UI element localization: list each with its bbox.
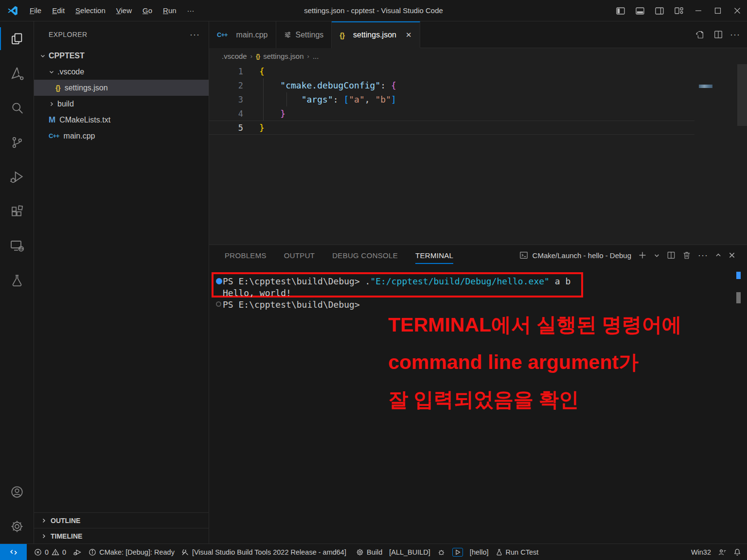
testing-icon[interactable] <box>0 263 34 298</box>
run-ctest-button[interactable]: Run CTest <box>492 544 542 560</box>
tab-terminal[interactable]: TERMINAL <box>415 245 453 265</box>
terminal-output-line: Hello, world! <box>223 287 291 299</box>
platform-indicator[interactable]: Win32 <box>688 544 714 560</box>
explorer-icon[interactable] <box>0 21 34 56</box>
chevron-right-icon <box>41 518 47 524</box>
close-button[interactable] <box>728 0 747 21</box>
cmake-build-target[interactable]: [ALL_BUILD] <box>386 544 434 560</box>
cmake-launch-button[interactable] <box>449 544 466 560</box>
tab-debug-console[interactable]: DEBUG CONSOLE <box>332 245 398 265</box>
cmake-launch-debugger-button[interactable] <box>70 544 85 560</box>
settings-gear-icon[interactable] <box>0 509 34 543</box>
vscode-logo-icon <box>7 5 18 17</box>
code-line: 3 "args": ["a", "b"] <box>209 92 747 106</box>
tree-item-main-cpp[interactable]: C++ main.cpp <box>34 128 209 144</box>
maximize-button[interactable] <box>708 0 728 21</box>
editor-scrollbar[interactable] <box>737 64 747 126</box>
tree-item-vscode[interactable]: .vscode <box>34 64 209 80</box>
remote-indicator[interactable] <box>0 544 27 560</box>
timeline-label: TIMELINE <box>51 532 82 540</box>
tab-label: Settings <box>296 31 324 39</box>
prompt-decoration[interactable] <box>216 301 221 307</box>
menu-file[interactable]: File <box>25 4 46 17</box>
command-success-decoration[interactable] <box>216 278 222 284</box>
tab-settings-json[interactable]: {} settings.json ✕ <box>332 21 420 48</box>
toggle-sidebar-icon[interactable] <box>611 0 630 21</box>
menu-view[interactable]: View <box>112 4 136 17</box>
error-icon <box>34 548 42 556</box>
tab-problems[interactable]: PROBLEMS <box>225 245 267 265</box>
minimap-code-mark <box>699 85 712 88</box>
vscode-window: File Edit Selection View Go Run ··· sett… <box>0 0 747 560</box>
code-editor[interactable]: 1 { 2 "cmake.debugConfig": { 3 "args": [… <box>209 64 747 245</box>
breadcrumb-folder[interactable]: .vscode <box>222 52 247 60</box>
run-debug-icon[interactable] <box>0 159 34 194</box>
menu-edit[interactable]: Edit <box>48 4 69 17</box>
folder-label: .vscode <box>57 68 84 76</box>
remote-explorer-icon[interactable] <box>0 228 34 263</box>
kill-terminal-trash-icon[interactable] <box>682 251 691 260</box>
maximize-panel-chevron-icon[interactable] <box>715 252 722 259</box>
terminal-dropdown-chevron-icon[interactable] <box>654 252 660 259</box>
explorer-sidebar: EXPLORER ··· CPPTEST .vscode {} settings… <box>34 21 209 543</box>
tree-item-cmakelists[interactable]: M CMakeLists.txt <box>34 112 209 128</box>
minimap[interactable] <box>694 64 737 245</box>
line-number: 2 <box>209 81 243 90</box>
cmake-status[interactable]: CMake: [Debug]: Ready <box>85 544 178 560</box>
outline-section[interactable]: OUTLINE <box>34 512 209 528</box>
more-actions-icon[interactable]: ··· <box>730 30 740 40</box>
file-label: settings.json <box>65 84 108 92</box>
feedback-button[interactable] <box>714 544 730 560</box>
open-settings-ui-icon[interactable] <box>693 28 707 41</box>
bug-icon <box>437 548 445 556</box>
account-icon[interactable] <box>0 474 34 509</box>
cmake-debug-button[interactable] <box>434 544 449 560</box>
annotation-text: TERMINAL에서 실행된 명령어에 command line argumen… <box>388 306 682 419</box>
split-editor-icon[interactable] <box>711 28 725 41</box>
toggle-panel-icon[interactable] <box>630 0 650 21</box>
split-terminal-icon[interactable] <box>667 251 676 260</box>
minimize-button[interactable] <box>689 0 708 21</box>
cmake-kit-selector[interactable]: [Visual Studio Build Tools 2022 Release … <box>178 544 350 560</box>
terminal-profile[interactable]: CMake/Launch - hello - Debug <box>519 251 631 260</box>
source-control-icon[interactable] <box>0 125 34 159</box>
panel-more-icon[interactable]: ··· <box>698 250 708 261</box>
tree-item-build[interactable]: build <box>34 96 209 112</box>
terminal-profile-label: CMake/Launch - hello - Debug <box>533 251 631 260</box>
timeline-section[interactable]: TIMELINE <box>34 528 209 543</box>
close-panel-icon[interactable] <box>729 252 735 259</box>
extensions-icon[interactable] <box>0 194 34 228</box>
menu-more[interactable]: ··· <box>183 4 199 17</box>
tab-label: main.cpp <box>236 31 268 39</box>
json-file-icon: {} <box>256 52 260 60</box>
bell-icon <box>733 548 741 556</box>
cmake-build-button[interactable]: Build <box>353 544 386 560</box>
cmake-launch-target[interactable]: [hello] <box>466 544 492 560</box>
cmake-icon[interactable] <box>0 56 34 90</box>
code-line: 2 "cmake.debugConfig": { <box>209 78 747 92</box>
terminal-view[interactable]: PS E:\cpptest\build\Debug> ."E:/cpptest/… <box>209 265 747 544</box>
breadcrumb-symbol[interactable]: ... <box>313 52 319 60</box>
tree-root-cpptest[interactable]: CPPTEST <box>34 48 209 64</box>
terminal-command-line: PS E:\cpptest\build\Debug> ."E:/cpptest/… <box>223 276 570 287</box>
customize-layout-icon[interactable] <box>669 0 689 21</box>
tab-output[interactable]: OUTPUT <box>284 245 315 265</box>
menu-selection[interactable]: Selection <box>71 4 110 17</box>
menu-run[interactable]: Run <box>159 4 181 17</box>
menu-go[interactable]: Go <box>138 4 157 17</box>
breadcrumb-file[interactable]: settings.json <box>263 52 303 60</box>
root-label: CPPTEST <box>49 52 85 60</box>
close-tab-icon[interactable]: ✕ <box>406 31 412 39</box>
cpp-file-icon: C++ <box>49 132 59 140</box>
gear-icon <box>356 548 364 556</box>
problems-status[interactable]: 0 0 <box>31 544 70 560</box>
tab-main-cpp[interactable]: C++ main.cpp <box>209 21 276 48</box>
tab-settings[interactable]: Settings <box>276 21 332 48</box>
search-icon[interactable] <box>0 90 34 125</box>
scrollbar-command-mark <box>736 272 741 279</box>
toggle-secondary-sidebar-icon[interactable] <box>650 0 669 21</box>
explorer-more-icon[interactable]: ··· <box>190 30 200 40</box>
tree-item-settings-json[interactable]: {} settings.json <box>34 80 209 96</box>
new-terminal-icon[interactable] <box>638 251 647 260</box>
notifications-bell-button[interactable] <box>730 544 747 560</box>
